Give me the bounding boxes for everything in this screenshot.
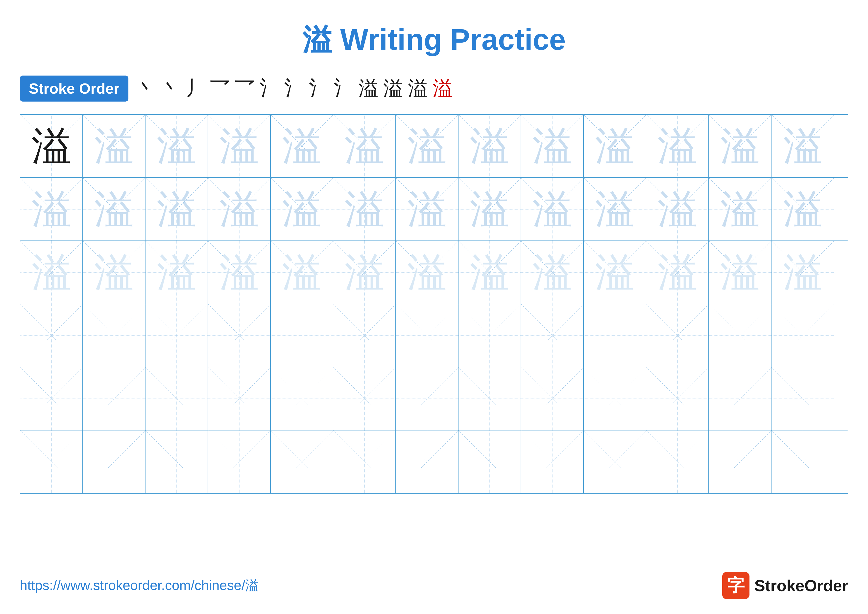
char-light: 溢 xyxy=(470,126,510,166)
svg-line-133 xyxy=(83,431,146,468)
cell-4-2[interactable] xyxy=(83,304,146,367)
cell-4-5[interactable] xyxy=(271,304,333,367)
cell-2-9: 溢 xyxy=(521,178,584,241)
svg-line-103 xyxy=(772,304,834,341)
svg-line-148 xyxy=(584,431,646,468)
cell-2-2: 溢 xyxy=(83,178,146,241)
stroke-11: 溢 xyxy=(383,75,403,102)
cell-5-2[interactable] xyxy=(83,367,146,430)
cell-5-10[interactable] xyxy=(584,367,646,430)
cell-6-10[interactable] xyxy=(584,431,646,493)
svg-line-96 xyxy=(584,304,646,341)
char-lighter: 溢 xyxy=(658,253,697,292)
cell-6-5[interactable] xyxy=(271,431,333,493)
cell-2-3: 溢 xyxy=(146,178,208,241)
cell-6-6[interactable] xyxy=(333,431,396,493)
char-light: 溢 xyxy=(94,126,134,166)
cell-2-7: 溢 xyxy=(396,178,459,241)
strokeorder-logo-icon: 字 xyxy=(722,572,749,599)
cell-6-4[interactable] xyxy=(208,431,271,493)
cell-5-6[interactable] xyxy=(333,367,396,430)
cell-1-11: 溢 xyxy=(646,115,709,177)
cell-6-12[interactable] xyxy=(709,431,772,493)
cell-5-3[interactable] xyxy=(146,367,208,430)
char-lighter: 溢 xyxy=(345,253,384,292)
svg-line-117 xyxy=(396,367,459,404)
svg-line-89 xyxy=(333,304,396,341)
cell-5-5[interactable] xyxy=(271,367,333,430)
char-lighter: 溢 xyxy=(532,253,572,292)
cell-4-12[interactable] xyxy=(709,304,772,367)
cell-4-11[interactable] xyxy=(646,304,709,367)
cell-4-9[interactable] xyxy=(521,304,584,367)
char-light: 溢 xyxy=(282,190,322,229)
cell-5-9[interactable] xyxy=(521,367,584,430)
svg-line-149 xyxy=(584,431,646,468)
cell-1-10: 溢 xyxy=(584,115,646,177)
char-light: 溢 xyxy=(658,190,697,229)
char-lighter: 溢 xyxy=(783,253,823,292)
char-light: 溢 xyxy=(220,190,259,229)
char-dark: 溢 xyxy=(32,126,71,166)
cell-5-4[interactable] xyxy=(208,367,271,430)
stroke-4: 乛 xyxy=(210,75,230,102)
cell-5-1[interactable] xyxy=(20,367,83,430)
char-lighter: 溢 xyxy=(32,253,71,292)
cell-1-13: 溢 xyxy=(772,115,834,177)
svg-line-107 xyxy=(83,367,146,404)
footer-url[interactable]: https://www.strokeorder.com/chinese/溢 xyxy=(20,576,259,595)
cell-5-13[interactable] xyxy=(772,367,834,430)
stroke-10: 溢 xyxy=(358,75,378,102)
svg-line-97 xyxy=(584,304,646,341)
cell-3-5: 溢 xyxy=(271,241,333,304)
cell-4-3[interactable] xyxy=(146,304,208,367)
cell-6-3[interactable] xyxy=(146,431,208,493)
svg-line-111 xyxy=(208,367,271,404)
cell-4-10[interactable] xyxy=(584,304,646,367)
cell-4-4[interactable] xyxy=(208,304,271,367)
cell-5-7[interactable] xyxy=(396,367,459,430)
cell-2-8: 溢 xyxy=(459,178,521,241)
cell-5-11[interactable] xyxy=(646,367,709,430)
grid-row-5 xyxy=(20,367,848,431)
cell-4-13[interactable] xyxy=(772,304,834,367)
cell-6-1[interactable] xyxy=(20,431,83,493)
page-title: 溢 Writing Practice xyxy=(0,0,868,70)
stroke-5: 乛 xyxy=(235,75,254,102)
char-light: 溢 xyxy=(157,126,197,166)
cell-6-13[interactable] xyxy=(772,431,834,493)
svg-line-95 xyxy=(521,304,584,341)
svg-line-110 xyxy=(208,367,271,404)
cell-6-8[interactable] xyxy=(459,431,521,493)
title-text: 溢 Writing Practice xyxy=(302,23,566,56)
char-lighter: 溢 xyxy=(220,253,259,292)
cell-3-11: 溢 xyxy=(646,241,709,304)
cell-4-6[interactable] xyxy=(333,304,396,367)
svg-line-151 xyxy=(646,431,709,468)
char-light: 溢 xyxy=(595,126,635,166)
cell-3-6: 溢 xyxy=(333,241,396,304)
cell-6-11[interactable] xyxy=(646,431,709,493)
char-lighter: 溢 xyxy=(282,253,322,292)
cell-4-1[interactable] xyxy=(20,304,83,367)
cell-4-7[interactable] xyxy=(396,304,459,367)
cell-5-12[interactable] xyxy=(709,367,772,430)
svg-line-138 xyxy=(271,431,333,468)
svg-line-99 xyxy=(646,304,709,341)
stroke-3: 丿 xyxy=(185,75,205,102)
grid-row-6 xyxy=(20,431,848,493)
cell-2-13: 溢 xyxy=(772,178,834,241)
cell-4-8[interactable] xyxy=(459,304,521,367)
cell-3-12: 溢 xyxy=(709,241,772,304)
cell-1-4: 溢 xyxy=(208,115,271,177)
char-light: 溢 xyxy=(470,190,510,229)
char-lighter: 溢 xyxy=(407,253,447,292)
cell-5-8[interactable] xyxy=(459,367,521,430)
cell-6-9[interactable] xyxy=(521,431,584,493)
cell-6-2[interactable] xyxy=(83,431,146,493)
cell-1-8: 溢 xyxy=(459,115,521,177)
svg-line-153 xyxy=(709,431,772,468)
char-light: 溢 xyxy=(407,126,447,166)
cell-6-7[interactable] xyxy=(396,431,459,493)
stroke-6: 氵 xyxy=(260,75,279,102)
